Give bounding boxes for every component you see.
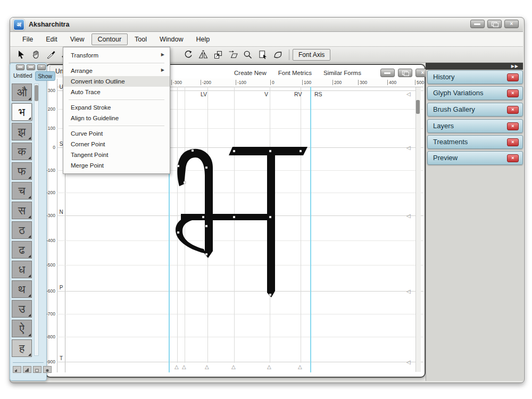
glyph-cell-भ[interactable]: भ xyxy=(12,103,32,121)
control-point[interactable] xyxy=(269,150,271,152)
glyph-cell-ठ[interactable]: ठ xyxy=(12,221,32,239)
glyph-path[interactable] xyxy=(181,214,272,220)
tool-rotate-button[interactable] xyxy=(181,48,195,61)
glyph-cell-ध[interactable]: ध xyxy=(12,261,32,278)
tool-skew-button[interactable] xyxy=(226,48,240,61)
glyph-cell-ढ[interactable]: ढ xyxy=(12,241,32,259)
palette-tool-square-button[interactable] xyxy=(33,366,41,373)
glyph-cell-ऐ[interactable]: ऐ xyxy=(12,320,32,337)
menubar-item-help[interactable]: Help xyxy=(190,34,215,45)
control-point[interactable] xyxy=(184,181,186,184)
control-point[interactable] xyxy=(205,167,207,169)
tool-shape-button[interactable] xyxy=(271,48,285,61)
control-point[interactable] xyxy=(300,150,302,152)
bottom-guide-marker[interactable]: △ xyxy=(267,364,271,370)
menu-item-merge-point[interactable]: Merge Point xyxy=(63,160,170,171)
panel-close-button[interactable]: × xyxy=(507,73,519,81)
panel-treatments[interactable]: Treatments× xyxy=(427,135,523,149)
glyph-cell-उ[interactable]: उ xyxy=(12,300,32,318)
control-point[interactable] xyxy=(205,253,207,255)
glyph-cell-च[interactable]: च xyxy=(12,182,32,200)
titlebar-close-button[interactable]: × xyxy=(504,20,519,28)
canvas-vertical-scrollbar[interactable] xyxy=(415,87,421,372)
document-minimize-button[interactable] xyxy=(380,69,395,77)
create-new-button[interactable]: Create New xyxy=(234,70,267,76)
menubar-item-contour[interactable]: Contour xyxy=(92,34,128,45)
titlebar-minimize-button[interactable] xyxy=(470,20,485,28)
menu-item-tangent-point[interactable]: Tangent Point xyxy=(63,149,170,160)
document-restore-button[interactable] xyxy=(398,69,412,77)
bottom-guide-marker[interactable]: △ xyxy=(174,364,179,370)
palette-minimize-button[interactable] xyxy=(16,64,24,70)
titlebar-restore-button[interactable] xyxy=(487,20,502,28)
glyph-cell-औ[interactable]: औ xyxy=(12,84,32,101)
bottom-guide-marker[interactable]: △ xyxy=(205,364,209,370)
control-point[interactable] xyxy=(269,216,271,218)
tool-page-select-button[interactable] xyxy=(256,48,270,61)
bottom-guide-marker[interactable]: △ xyxy=(182,364,186,370)
glyph-cell-फ[interactable]: फ xyxy=(12,162,32,180)
glyph-path[interactable] xyxy=(176,214,207,257)
right-guide-marker[interactable]: ◁ xyxy=(406,91,411,97)
tool-scale-button[interactable] xyxy=(211,48,225,61)
panel-close-button[interactable]: × xyxy=(507,106,519,114)
tool-hand-button[interactable] xyxy=(29,48,43,61)
palette-tab-untitled[interactable]: Untitled xyxy=(11,71,35,81)
palette-scrollbar-thumb[interactable] xyxy=(35,85,38,101)
panel-close-button[interactable]: × xyxy=(507,154,519,162)
right-guide-marker[interactable]: ◁ xyxy=(406,213,411,219)
menu-item-expand-stroke[interactable]: Expand Stroke xyxy=(63,102,170,113)
menu-item-auto-trace[interactable]: Auto Trace xyxy=(63,87,170,97)
tool-mirror-button[interactable] xyxy=(196,48,210,61)
panel-close-button[interactable]: × xyxy=(507,138,519,146)
control-point[interactable] xyxy=(192,149,194,152)
panel-history[interactable]: History× xyxy=(427,70,523,84)
control-point[interactable] xyxy=(269,294,271,296)
palette-tab-show[interactable]: Show xyxy=(35,71,55,81)
glyph-cell-झ[interactable]: झ xyxy=(12,123,32,140)
panel-glyph-variations[interactable]: Glyph Variations× xyxy=(427,86,523,100)
menu-item-arrange[interactable]: Arrange▶ xyxy=(63,65,170,76)
palette-close-button[interactable]: × xyxy=(37,64,46,70)
control-point[interactable] xyxy=(202,216,204,218)
menubar-item-edit[interactable]: Edit xyxy=(40,34,63,45)
control-point[interactable] xyxy=(205,225,207,227)
panel-brush-gallery[interactable]: Brush Gallery× xyxy=(427,103,523,117)
panel-layers[interactable]: Layers× xyxy=(427,119,523,133)
glyph-cell-क[interactable]: क xyxy=(12,143,32,160)
menubar-item-tool[interactable]: Tool xyxy=(129,34,153,45)
bottom-guide-marker[interactable]: △ xyxy=(298,364,302,370)
right-guide-marker[interactable]: ◁ xyxy=(406,145,411,151)
glyph-path[interactable] xyxy=(229,147,307,155)
panel-close-button[interactable]: × xyxy=(507,89,519,97)
control-point[interactable] xyxy=(177,165,179,167)
font-metrics-button[interactable]: Font Metrics xyxy=(278,70,312,76)
menu-item-corner-point[interactable]: Corner Point xyxy=(63,139,170,149)
right-guide-marker[interactable]: ◁ xyxy=(406,288,411,294)
glyph-cell-थ[interactable]: थ xyxy=(12,280,32,298)
glyph-outline-bha[interactable] xyxy=(160,138,319,303)
palette-tool-curve-small-button[interactable] xyxy=(13,366,21,373)
control-point[interactable] xyxy=(233,150,235,152)
glyph-cell-स[interactable]: स xyxy=(12,202,32,219)
panel-close-button[interactable]: × xyxy=(507,122,519,130)
right-guide-marker[interactable]: ◁ xyxy=(406,359,411,365)
collapse-arrows-icon[interactable]: ▶▶ xyxy=(511,64,519,69)
panel-preview[interactable]: Preview× xyxy=(427,151,523,165)
menu-item-convert-into-outline[interactable]: Convert into Outline xyxy=(63,76,170,87)
menubar-item-view[interactable]: View xyxy=(64,34,90,45)
similar-forms-button[interactable]: Similar Forms xyxy=(323,70,361,76)
menu-item-curve-point[interactable]: Curve Point xyxy=(63,128,170,139)
glyph-cell-ह[interactable]: ह xyxy=(12,339,32,357)
palette-restore-button[interactable] xyxy=(27,64,35,70)
control-point[interactable] xyxy=(233,216,235,218)
bottom-guide-marker[interactable]: △ xyxy=(231,364,236,370)
tool-knife-button[interactable] xyxy=(44,48,58,61)
palette-tool-curve-large-button[interactable] xyxy=(23,366,31,373)
font-axis-button[interactable]: Font Axis xyxy=(293,49,330,61)
control-point[interactable] xyxy=(177,231,179,234)
palette-scrollbar[interactable] xyxy=(34,84,39,356)
tool-zoom-button[interactable] xyxy=(241,48,255,61)
canvas-scrollbar-thumb[interactable] xyxy=(416,100,420,114)
palette-tool-dot-button[interactable] xyxy=(43,366,52,373)
